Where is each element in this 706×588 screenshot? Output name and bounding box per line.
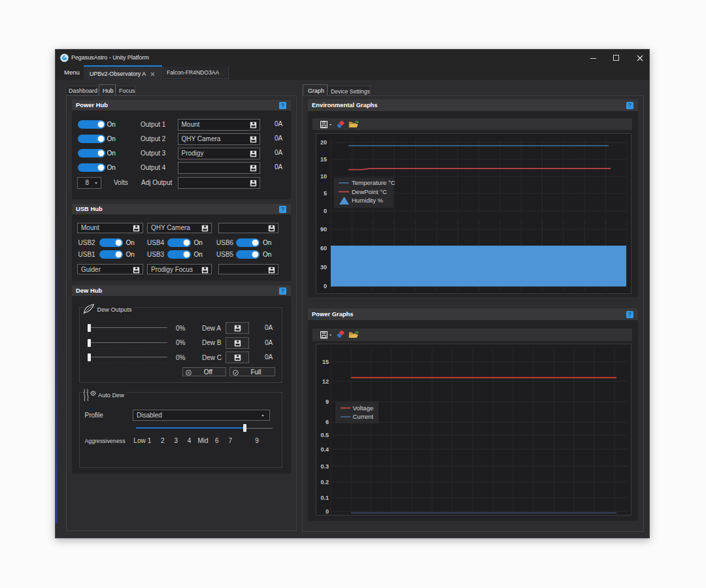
svg-text:20: 20 [320,139,327,146]
svg-text:90: 90 [320,226,327,233]
svg-text:0: 0 [324,208,327,214]
svg-text:15: 15 [322,359,329,365]
svg-text:DewPoint °C: DewPoint °C [352,188,387,195]
svg-text:Current: Current [353,413,374,420]
svg-text:Humidity %: Humidity % [352,197,384,204]
svg-text:5: 5 [324,190,327,197]
svg-text:0.3: 0.3 [320,463,329,470]
svg-text:9: 9 [326,399,329,405]
svg-text:Voltage: Voltage [353,404,374,412]
svg-text:6: 6 [326,419,329,425]
svg-text:0.2: 0.2 [320,479,329,485]
svg-text:0: 0 [326,508,329,515]
svg-text:0.5: 0.5 [320,432,329,438]
svg-text:30: 30 [320,264,327,270]
svg-text:15: 15 [320,156,327,163]
svg-text:12: 12 [322,378,329,385]
svg-text:0.1: 0.1 [320,495,329,501]
svg-text:0.4: 0.4 [320,446,329,453]
svg-text:Temperature °C: Temperature °C [352,179,395,186]
svg-text:0: 0 [324,283,327,289]
svg-text:10: 10 [320,173,327,180]
svg-text:60: 60 [320,245,327,252]
